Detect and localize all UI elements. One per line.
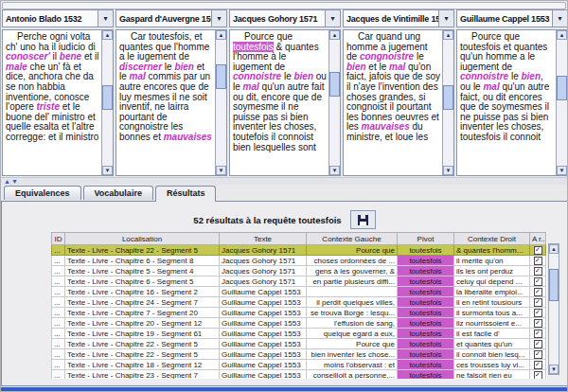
- panel-scrollbar[interactable]: ▲▼: [442, 30, 453, 175]
- scroll-up-icon[interactable]: ▲: [557, 30, 567, 40]
- row-checkbox[interactable]: ✓: [534, 361, 542, 369]
- table-row[interactable]: ...Texte - Livre - Chapitre 19 - Segment…: [52, 329, 546, 339]
- row-checkbox[interactable]: ✓: [534, 319, 542, 328]
- row-checkbox[interactable]: ✓: [534, 246, 542, 255]
- translator-column: Jacques Gohory 1571▼Pource que toutesfoi…: [228, 9, 342, 176]
- scroll-down-icon[interactable]: ▼: [549, 365, 559, 374]
- row-checkbox[interactable]: ✓: [534, 340, 542, 348]
- cell-id: ...: [52, 339, 65, 349]
- table-row[interactable]: ...Texte - Livre - Chapitre 22 - Segment…: [52, 339, 546, 349]
- vocab-term: connoistre: [460, 71, 508, 81]
- table-row[interactable]: ...Texte - Livre - Chapitre 18 - Segment…: [52, 360, 546, 370]
- pivot-highlight: toutesfois: [233, 42, 274, 52]
- column-header[interactable]: ID: [52, 233, 65, 245]
- scrollbar-thumb[interactable]: [549, 269, 559, 301]
- tab-equivalences[interactable]: Equivalences: [4, 186, 81, 200]
- cell-archive: ✓: [530, 339, 546, 349]
- cell-pivot: toutesfois: [398, 287, 454, 297]
- save-results-button[interactable]: [350, 210, 376, 229]
- translator-select[interactable]: Antonio Blado 1532▼: [2, 9, 114, 27]
- column-header[interactable]: Contexte Droit: [454, 233, 530, 245]
- vocab-term: mal: [389, 62, 405, 72]
- scroll-down-icon[interactable]: ▼: [102, 166, 113, 175]
- scroll-up-icon[interactable]: ▲: [329, 30, 340, 40]
- row-checkbox[interactable]: ✓: [534, 309, 542, 317]
- tab-vocabulaire[interactable]: Vocabulaire: [83, 186, 153, 200]
- translator-select[interactable]: Guillaume Cappel 1553▼: [456, 9, 568, 27]
- table-row[interactable]: ...Texte - Livre - Chapitre 23 - Segment…: [52, 370, 546, 380]
- table-row[interactable]: ...Texte - Livre - Chapitre 22 - Segment…: [52, 349, 546, 360]
- scroll-up-icon[interactable]: ▲: [443, 30, 453, 40]
- translator-select[interactable]: Jacques de Vintimille 1546▼: [343, 9, 454, 27]
- row-checkbox[interactable]: ✓: [534, 298, 542, 307]
- scroll-down-icon[interactable]: ▼: [443, 166, 453, 175]
- results-tab-panel: 52 résultats à la requête toutesfois IDL…: [1, 201, 568, 386]
- column-header[interactable]: Contexte Gauche: [307, 233, 398, 245]
- chevron-down-icon[interactable]: ▼: [325, 10, 340, 27]
- cell-gauche: se trouva Borge : lesqu...: [307, 308, 398, 318]
- panel-scrollbar[interactable]: ▲▼: [215, 30, 226, 175]
- panel-scrollbar[interactable]: ▲▼: [101, 30, 113, 175]
- row-checkbox[interactable]: ✓: [534, 257, 542, 265]
- cell-pivot: toutesfois: [398, 349, 454, 360]
- cell-gauche: quelque egard a eux,: [307, 329, 398, 339]
- cell-archive: ✓: [530, 370, 546, 380]
- row-checkbox[interactable]: ✓: [534, 330, 542, 338]
- results-table-header[interactable]: IDLocalisationTexteContexte GauchePivotC…: [52, 233, 546, 245]
- cell-archive: ✓: [530, 329, 546, 339]
- row-checkbox[interactable]: ✓: [534, 371, 542, 380]
- scrollbar-thumb[interactable]: [102, 85, 113, 110]
- vocab-term: bene: [60, 51, 81, 62]
- cell-pivot: toutesfois: [398, 308, 454, 318]
- chevron-down-icon[interactable]: ▼: [211, 10, 226, 27]
- text-segment: qu'un autre fait ou dit, encore que de s…: [233, 81, 324, 152]
- table-row[interactable]: ...Texte - Livre - Chapitre 24 - Segment…: [52, 297, 546, 308]
- cell-archive: ✓: [530, 245, 546, 256]
- results-table-body: ...Texte - Livre - Chapitre 22 - Segment…: [52, 245, 546, 380]
- table-row[interactable]: ...Texte - Livre - Chapitre 20 - Segment…: [52, 318, 546, 329]
- cell-gauche: [307, 287, 398, 297]
- chevron-down-icon[interactable]: ▼: [438, 10, 453, 27]
- translator-select[interactable]: Gaspard d'Auvergne 1553▼: [115, 9, 227, 27]
- panel-scrollbar[interactable]: ▲▼: [328, 30, 340, 175]
- text-segment: le: [508, 71, 521, 81]
- split-pane-divider[interactable]: ▲▼: [1, 177, 568, 185]
- table-row[interactable]: ...Texte - Livre - Chapitre 6 - Segment …: [52, 276, 546, 287]
- row-checkbox[interactable]: ✓: [534, 267, 542, 276]
- chevron-down-icon[interactable]: ▼: [98, 10, 113, 27]
- vocab-term: mal: [130, 71, 146, 81]
- panel-scrollbar[interactable]: ▲▼: [556, 30, 567, 175]
- cell-texte: Guillaume Cappel 1553: [220, 370, 307, 380]
- scroll-up-icon[interactable]: ▲: [549, 244, 559, 254]
- column-header[interactable]: Texte: [220, 233, 307, 245]
- row-checkbox[interactable]: ✓: [534, 277, 542, 286]
- vocab-term: bien: [174, 62, 194, 72]
- table-row[interactable]: ...Texte - Livre - Chapitre 16 - Segment…: [52, 287, 546, 297]
- scrollbar-thumb[interactable]: [216, 64, 226, 89]
- chevron-down-icon[interactable]: ▼: [552, 10, 567, 27]
- scrollbar-thumb[interactable]: [329, 72, 340, 97]
- row-checkbox[interactable]: ✓: [534, 288, 542, 296]
- cell-localisation: Texte - Livre - Chapitre 16 - Segment 2: [65, 287, 220, 297]
- table-row[interactable]: ...Texte - Livre - Chapitre 22 - Segment…: [52, 245, 546, 256]
- column-header[interactable]: Pivot: [398, 233, 454, 245]
- column-header[interactable]: A r...: [530, 233, 546, 245]
- scroll-up-icon[interactable]: ▲: [216, 30, 226, 40]
- scroll-down-icon[interactable]: ▼: [329, 166, 340, 175]
- table-row[interactable]: ...Texte - Livre - Chapitre 5 - Segment …: [52, 266, 546, 276]
- scrollbar-thumb[interactable]: [557, 76, 567, 100]
- column-header[interactable]: Localisation: [65, 233, 220, 245]
- scroll-down-icon[interactable]: ▼: [216, 166, 226, 175]
- row-checkbox[interactable]: ✓: [534, 350, 542, 359]
- results-table-scrollbar[interactable]: ▲ ▼: [548, 243, 559, 375]
- translator-select[interactable]: Jacques Gohory 1571▼: [229, 9, 341, 27]
- scroll-up-icon[interactable]: ▲: [102, 30, 113, 40]
- table-row[interactable]: ...Texte - Livre - Chapitre 7 - Segment …: [52, 308, 546, 318]
- scroll-down-icon[interactable]: ▼: [557, 166, 567, 175]
- cell-gauche: l'effusion de sang,: [307, 318, 398, 329]
- table-row[interactable]: ...Texte - Livre - Chapitre 6 - Segment …: [52, 256, 546, 266]
- tab-résultats[interactable]: Résultats: [155, 186, 217, 202]
- scrollbar-thumb[interactable]: [443, 85, 453, 110]
- cell-id: ...: [52, 349, 65, 360]
- split-expand-icons[interactable]: ▲▼: [4, 178, 19, 185]
